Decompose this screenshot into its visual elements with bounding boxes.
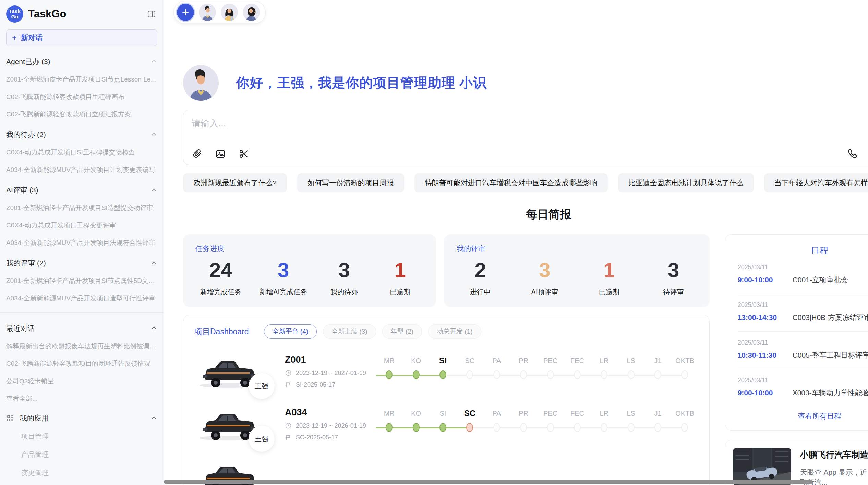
chevron-up-icon bbox=[150, 187, 157, 194]
sidebar-item[interactable]: A034-全新新能源MUV产品开发项目计划变更表编写 bbox=[6, 165, 157, 174]
stat-value: 1 bbox=[381, 258, 419, 282]
image-icon[interactable] bbox=[215, 148, 226, 159]
project-row[interactable]: 王强 A034 2023-12-19 ~ 2026-01-19 SC-2025-… bbox=[194, 404, 698, 444]
agent-avatar-2[interactable] bbox=[221, 4, 238, 21]
project-dates: 2023-12-19 ~ 2027-01-19 bbox=[296, 370, 366, 377]
milestone-label: SC bbox=[456, 408, 483, 419]
dashboard-tab[interactable]: 全新上装 (3) bbox=[323, 324, 376, 339]
agent-avatar-1[interactable] bbox=[199, 4, 216, 21]
milestone: SC bbox=[456, 355, 483, 388]
sidebar-item[interactable]: A034-全新新能源MUV产品开发项目造型可行性评审 bbox=[6, 294, 157, 303]
milestone: FEC bbox=[564, 408, 591, 440]
milestone-node bbox=[574, 370, 581, 379]
schedule-item: 2025/03/11 9:00-10:00 X003-车辆动力学性能验... 加… bbox=[738, 369, 868, 407]
assistant-avatar bbox=[183, 65, 219, 101]
project-milestone-flag: SI-2025-05-17 bbox=[296, 381, 335, 388]
clock-icon bbox=[285, 370, 292, 376]
schedule-title: 日程 bbox=[738, 245, 868, 256]
milestone-label: PR bbox=[510, 408, 537, 419]
sidebar-collapse-icon[interactable] bbox=[146, 8, 157, 20]
greeting-text: 你好，王强，我是你的项目管理助理 小识 bbox=[236, 74, 487, 92]
voice-call-icon[interactable] bbox=[847, 148, 858, 159]
sidebar-item[interactable]: C02-飞腾新能源轻客改款项目里程碑画布 bbox=[6, 92, 157, 101]
sidebar-section-header[interactable]: 我的待办(2) bbox=[6, 130, 157, 139]
project-row[interactable]: 王强 Z001 2023-12-19 ~ 2027-01-19 SI-2025-… bbox=[194, 351, 698, 391]
add-agent-button[interactable]: + bbox=[177, 4, 194, 21]
view-all-schedule-link[interactable]: 查看所有日程 bbox=[738, 411, 868, 421]
new-chat-label: 新对话 bbox=[21, 33, 43, 42]
sidebar-item[interactable]: Z001-全新燃油轻卡产品开发项目SI节点属性5D文件评审 bbox=[6, 276, 157, 285]
flag-icon bbox=[285, 434, 292, 441]
horizontal-scrollbar[interactable] bbox=[164, 480, 813, 484]
schedule-event-name: X003-车辆动力学性能验... bbox=[793, 388, 868, 398]
milestone-label: SI bbox=[430, 408, 456, 419]
milestone-label: PEC bbox=[537, 355, 564, 366]
sidebar-item[interactable]: Z001-全新燃油轻卡产品开发项目SI造型提交物评审 bbox=[6, 203, 157, 212]
stat-card-title: 任务进度 bbox=[195, 244, 424, 253]
milestone-timeline: MRKOSISCPAPRPECFECLRLSJ1OKTB bbox=[376, 355, 698, 388]
schedule-date: 2025/03/11 bbox=[738, 377, 868, 384]
project-code: Z001 bbox=[285, 355, 376, 365]
suggestion-chip[interactable]: 欧洲新规最近颁布了什么? bbox=[183, 173, 287, 192]
logo-text-line2: Go bbox=[11, 14, 19, 20]
daily-briefing-title: 每日简报 bbox=[526, 208, 571, 221]
recent-conversation-item[interactable]: 解释最新出台的欧盟报废车法规再生塑料比例被调至15%... bbox=[6, 342, 157, 351]
news-card[interactable]: 小鹏飞行汽车制造公司增资 天眼查 App 显示，近日广州汇天飞行汽... bbox=[725, 440, 868, 485]
app-title: TaskGo bbox=[28, 8, 146, 20]
milestone-label: KO bbox=[402, 355, 429, 366]
milestone: PEC bbox=[537, 408, 564, 440]
app-item[interactable]: 产品管理 bbox=[6, 450, 157, 459]
sidebar-section-header[interactable]: AI评审(3) bbox=[6, 185, 157, 195]
agent-avatar-3[interactable] bbox=[243, 4, 260, 21]
milestone-label: PEC bbox=[537, 408, 564, 419]
agent-avatar-group: + bbox=[173, 1, 266, 24]
dashboard-tab[interactable]: 年型 (2) bbox=[382, 324, 422, 339]
topbar: + 王强 bbox=[164, 0, 868, 25]
stat-value: 24 bbox=[200, 258, 241, 282]
milestone-label: J1 bbox=[644, 408, 671, 419]
app-item[interactable]: 项目管理 bbox=[6, 432, 157, 441]
recent-section-header[interactable]: 最近对话 bbox=[6, 324, 157, 333]
scissors-icon[interactable] bbox=[238, 148, 249, 159]
recent-conversation-item[interactable]: 公司Q3轻卡销量 bbox=[6, 377, 157, 386]
sidebar-section-header[interactable]: Agent已办(3) bbox=[6, 57, 157, 66]
recent-conversation-item[interactable]: C02-飞腾新能源轻客改款项目的闭环通告反馈情况 bbox=[6, 359, 157, 368]
milestone-node bbox=[386, 370, 393, 379]
milestone-node bbox=[493, 423, 500, 432]
sidebar-item[interactable]: Z001-全新燃油皮卡产品开发项目SI节点Lesson Learn报告 bbox=[6, 75, 157, 84]
milestone: SC bbox=[456, 408, 483, 440]
sidebar-section-header[interactable]: 我的评审(2) bbox=[6, 258, 157, 268]
suggestion-chip[interactable]: 特朗普可能对进口汽车增税会对中国车企造成哪些影响 bbox=[414, 173, 608, 192]
new-chat-button[interactable]: + 新对话 bbox=[6, 29, 157, 46]
milestone: PA bbox=[483, 355, 510, 388]
attachment-icon[interactable] bbox=[192, 148, 203, 159]
dashboard-tab[interactable]: 动总开发 (1) bbox=[428, 324, 481, 339]
milestone: FEC bbox=[564, 355, 591, 388]
suggestion-chip[interactable]: 当下年轻人对汽车外观有怎样的喜好趋势 bbox=[764, 173, 868, 192]
sidebar-item[interactable]: C02-飞腾新能源轻客改款项目立项汇报方案 bbox=[6, 110, 157, 119]
milestone: MR bbox=[376, 408, 402, 440]
project-dates: 2023-12-19 ~ 2026-01-19 bbox=[296, 422, 366, 430]
sidebar-item[interactable]: A034-全新新能源MUV产品开发项目法规符合性评审 bbox=[6, 238, 157, 247]
milestone: MR bbox=[376, 355, 402, 388]
clock-icon bbox=[285, 422, 292, 429]
suggestion-chip[interactable]: 比亚迪全固态电池计划具体说了什么 bbox=[618, 173, 754, 192]
dashboard-tab[interactable]: 全新平台 (4) bbox=[264, 324, 317, 339]
chat-input[interactable] bbox=[192, 117, 703, 135]
my-apps-section: 我的应用项目管理产品管理变更管理查看全部... bbox=[6, 413, 157, 485]
suggestion-chip[interactable]: 如何写一份清晰的项目周报 bbox=[297, 173, 404, 192]
sidebar-item[interactable]: C0X4-动力总成开发项目工程变更评审 bbox=[6, 221, 157, 230]
milestone-node bbox=[601, 370, 607, 379]
section-title: 我的待办(2) bbox=[6, 130, 150, 139]
milestone: LR bbox=[591, 408, 617, 440]
recent-conversation-item[interactable]: 查看全部... bbox=[6, 394, 157, 403]
schedule-date: 2025/03/11 bbox=[738, 264, 868, 271]
app-item[interactable]: 变更管理 bbox=[6, 468, 157, 477]
stat-label: 已逾期 bbox=[590, 287, 628, 297]
milestone-label: KO bbox=[402, 408, 429, 419]
sidebar-item-my-apps[interactable]: 我的应用 bbox=[6, 413, 157, 423]
milestone-node bbox=[466, 370, 473, 379]
sidebar-item[interactable]: C0X4-动力总成开发项目SI里程碑提交物检查 bbox=[6, 148, 157, 157]
schedule-date: 2025/03/11 bbox=[738, 301, 868, 309]
divider bbox=[0, 312, 164, 313]
